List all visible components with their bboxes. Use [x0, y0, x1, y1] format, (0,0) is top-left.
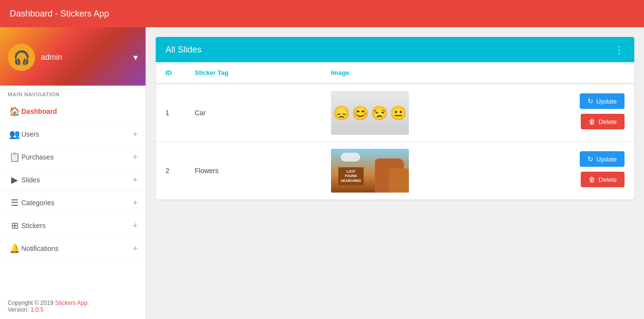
update-button-1[interactable]: ↻ Update	[580, 93, 625, 109]
table-row: 2 Flowers LOSTFOUNDSEARCHING	[156, 142, 634, 200]
cell-id-2: 2	[156, 142, 185, 200]
sidebar-item-categories[interactable]: ☰ Categories +	[0, 192, 146, 214]
cloud	[341, 153, 360, 161]
col-header-id: ID	[156, 62, 185, 84]
sidebar-item-label-categories: Categories	[21, 199, 132, 207]
notifications-icon: 🔔	[8, 243, 21, 254]
main-content: All Slides ⋮ ID Sticker Tag Image	[146, 27, 644, 319]
rock-right	[389, 168, 409, 193]
delete-button-1[interactable]: 🗑 Delete	[581, 114, 625, 129]
delete-label-2: Delete	[598, 176, 617, 183]
col-header-image: Image	[321, 62, 419, 84]
sidebar-item-label-notifications: Notifications	[21, 245, 132, 252]
delete-button-2[interactable]: 🗑 Delete	[581, 172, 625, 187]
avatar-emoji: 🎧	[13, 50, 30, 66]
update-icon-2: ↻	[588, 155, 593, 163]
sidebar-item-label-purchases: Purchases	[21, 153, 132, 161]
sidebar-footer: Copyright © 2019 Stickers App. Version: …	[0, 294, 146, 319]
slides-icon: ▶	[8, 175, 21, 185]
username-label: admin	[41, 53, 128, 62]
app-title: Dashboard - Stickers App	[10, 9, 109, 19]
update-icon-1: ↻	[588, 97, 593, 105]
users-icon: 👥	[8, 129, 21, 140]
app-link[interactable]: Stickers App.	[55, 300, 89, 306]
col-header-sticker-tag: Sticker Tag	[185, 62, 321, 84]
categories-plus-icon[interactable]: +	[132, 198, 138, 208]
sign: LOSTFOUNDSEARCHING	[338, 167, 364, 185]
update-button-2[interactable]: ↻ Update	[580, 151, 625, 167]
card-header: All Slides ⋮	[156, 37, 634, 62]
copyright-line: Copyright © 2019 Stickers App.	[8, 300, 138, 306]
actions-wrapper-1: ↻ Update 🗑 Delete	[428, 93, 625, 132]
slides-table: ID Sticker Tag Image 1 Car	[156, 62, 634, 199]
cell-image-2: LOSTFOUNDSEARCHING	[321, 142, 419, 200]
app-header: Dashboard - Stickers App	[0, 0, 644, 27]
actions-wrapper-2: ↻ Update 🗑 Delete	[428, 151, 625, 190]
cell-tag-1: Car	[185, 84, 321, 142]
dashboard-icon: 🏠	[8, 106, 21, 117]
card-title: All Slides	[166, 45, 202, 55]
sidebar-item-label-stickers: Stickers	[21, 222, 132, 230]
notifications-plus-icon[interactable]: +	[132, 244, 138, 254]
sidebar-item-notifications[interactable]: 🔔 Notifications +	[0, 237, 146, 260]
version-label: Version:	[8, 306, 31, 313]
update-label-2: Update	[596, 156, 617, 163]
sidebar-item-slides[interactable]: ▶ Slides +	[0, 169, 146, 192]
cell-tag-2: Flowers	[185, 142, 321, 200]
stickers-plus-icon[interactable]: +	[132, 221, 138, 231]
delete-icon-2: 🗑	[589, 176, 595, 183]
nav-section-label: MAIN NAVIGATION	[0, 86, 146, 100]
sidebar-item-stickers[interactable]: ⊞ Stickers +	[0, 214, 146, 237]
image-faces: 😞 😊 😒 😐	[331, 91, 409, 135]
sidebar-item-label-dashboard: Dashboard	[21, 107, 138, 115]
sidebar-item-purchases[interactable]: 📋 Purchases +	[0, 146, 146, 169]
cell-id-1: 1	[156, 84, 185, 142]
categories-icon: ☰	[8, 197, 21, 208]
cell-actions-2: ↻ Update 🗑 Delete	[419, 142, 634, 200]
sidebar: 🎧 admin ▾ MAIN NAVIGATION 🏠 Dashboard 👥 …	[0, 27, 146, 319]
cell-actions-1: ↻ Update 🗑 Delete	[419, 84, 634, 142]
slides-plus-icon[interactable]: +	[132, 175, 138, 185]
slides-card: All Slides ⋮ ID Sticker Tag Image	[156, 37, 634, 199]
sidebar-item-label-slides: Slides	[21, 176, 132, 184]
table-container: ID Sticker Tag Image 1 Car	[156, 62, 634, 199]
main-layout: 🎧 admin ▾ MAIN NAVIGATION 🏠 Dashboard 👥 …	[0, 27, 644, 319]
sidebar-item-label-users: Users	[21, 130, 132, 138]
stickers-icon: ⊞	[8, 220, 21, 231]
more-options-icon[interactable]: ⋮	[614, 44, 625, 55]
sidebar-item-users[interactable]: 👥 Users +	[0, 123, 146, 146]
cell-image-1: 😞 😊 😒 😐	[321, 84, 419, 142]
version-value: 1.0.5	[31, 306, 44, 313]
col-header-actions	[419, 62, 634, 84]
purchases-plus-icon[interactable]: +	[132, 152, 138, 162]
purchases-icon: 📋	[8, 152, 21, 162]
version-line: Version: 1.0.5	[8, 306, 138, 313]
sidebar-user-area: 🎧 admin ▾	[0, 27, 146, 86]
image-landscape: LOSTFOUNDSEARCHING	[331, 149, 409, 193]
copyright-text: Copyright © 2019	[8, 300, 55, 306]
sidebar-item-dashboard[interactable]: 🏠 Dashboard	[0, 100, 146, 123]
nav-items: 🏠 Dashboard 👥 Users + 📋 Purchases + ▶ Sl…	[0, 100, 146, 260]
users-plus-icon[interactable]: +	[132, 129, 138, 140]
table-row: 1 Car 😞 😊 😒 😐	[156, 84, 634, 142]
delete-icon-1: 🗑	[589, 118, 595, 125]
delete-label-1: Delete	[598, 118, 617, 125]
avatar: 🎧	[8, 44, 35, 71]
user-dropdown-arrow[interactable]: ▾	[133, 52, 138, 63]
table-header-row: ID Sticker Tag Image	[156, 62, 634, 84]
update-label-1: Update	[596, 98, 617, 105]
